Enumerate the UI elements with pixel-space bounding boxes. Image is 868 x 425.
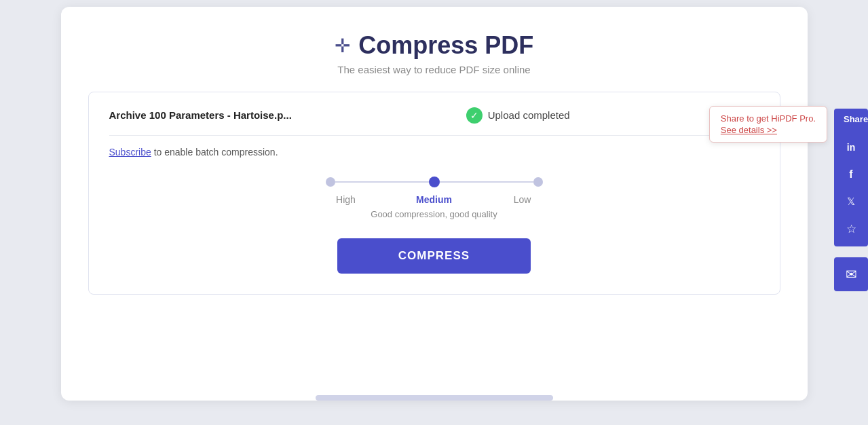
subscribe-message: to enable batch compression. bbox=[151, 147, 278, 158]
share-icons-box: in f 𝕏 ☆ bbox=[834, 130, 868, 246]
promo-link[interactable]: See details >> bbox=[721, 125, 816, 135]
subscribe-row: Subscribe to enable batch compression. bbox=[109, 147, 759, 158]
slider-description: Good compression, good quality bbox=[371, 209, 497, 219]
slider-dot-low[interactable] bbox=[533, 177, 543, 187]
slider-dot-medium[interactable] bbox=[429, 177, 440, 187]
upload-status: ✓ Upload completed bbox=[466, 107, 570, 124]
check-icon: ✓ bbox=[466, 107, 483, 124]
slider-label-medium[interactable]: Medium bbox=[414, 194, 455, 205]
page-title: Compress PDF bbox=[358, 31, 533, 59]
title-section: ✛ Compress PDF The easiest way to reduce… bbox=[88, 31, 780, 75]
file-name: Archive 100 Parameters - Hartoise.p... bbox=[109, 109, 292, 121]
compress-icon: ✛ bbox=[335, 35, 350, 56]
twitter-share-button[interactable]: 𝕏 bbox=[837, 189, 865, 214]
slider-labels: High Medium Low bbox=[326, 194, 543, 205]
scroll-indicator bbox=[316, 395, 553, 401]
subscribe-link[interactable]: Subscribe bbox=[109, 147, 151, 158]
star-icon: ☆ bbox=[846, 222, 856, 236]
slider-label-low[interactable]: Low bbox=[502, 194, 543, 205]
content-box: Archive 100 Parameters - Hartoise.p... ✓… bbox=[88, 92, 780, 295]
compression-slider-section: High Medium Low Good compression, good q… bbox=[109, 177, 759, 219]
email-button[interactable]: ✉ bbox=[834, 257, 868, 291]
page-subtitle: The easiest way to reduce PDF size onlin… bbox=[88, 64, 780, 75]
slider-track[interactable] bbox=[326, 177, 543, 187]
share-label: Share bbox=[834, 109, 868, 130]
file-row: Archive 100 Parameters - Hartoise.p... ✓… bbox=[109, 106, 759, 136]
promo-title: Share to get HiPDF Pro. bbox=[721, 113, 816, 124]
page-wrapper: ✛ Compress PDF The easiest way to reduce… bbox=[0, 0, 868, 425]
promo-tooltip: Share to get HiPDF Pro. See details >> bbox=[709, 106, 827, 143]
facebook-share-button[interactable]: f bbox=[837, 162, 865, 187]
bookmark-share-button[interactable]: ☆ bbox=[837, 217, 865, 241]
slider-dot-high[interactable] bbox=[326, 177, 335, 187]
facebook-icon: f bbox=[849, 168, 852, 181]
slider-line-2 bbox=[440, 181, 533, 183]
slider-label-high[interactable]: High bbox=[326, 194, 366, 205]
main-card: ✛ Compress PDF The easiest way to reduce… bbox=[61, 7, 808, 401]
twitter-icon: 𝕏 bbox=[847, 196, 855, 208]
linkedin-share-button[interactable]: in bbox=[837, 135, 865, 160]
upload-status-text: Upload completed bbox=[488, 109, 570, 121]
share-sidebar: Share in f 𝕏 ☆ ✉ bbox=[834, 109, 868, 291]
slider-line-1 bbox=[335, 181, 429, 183]
compress-button[interactable]: COMPRESS bbox=[337, 238, 531, 274]
email-icon: ✉ bbox=[846, 266, 857, 282]
linkedin-icon: in bbox=[847, 142, 855, 153]
